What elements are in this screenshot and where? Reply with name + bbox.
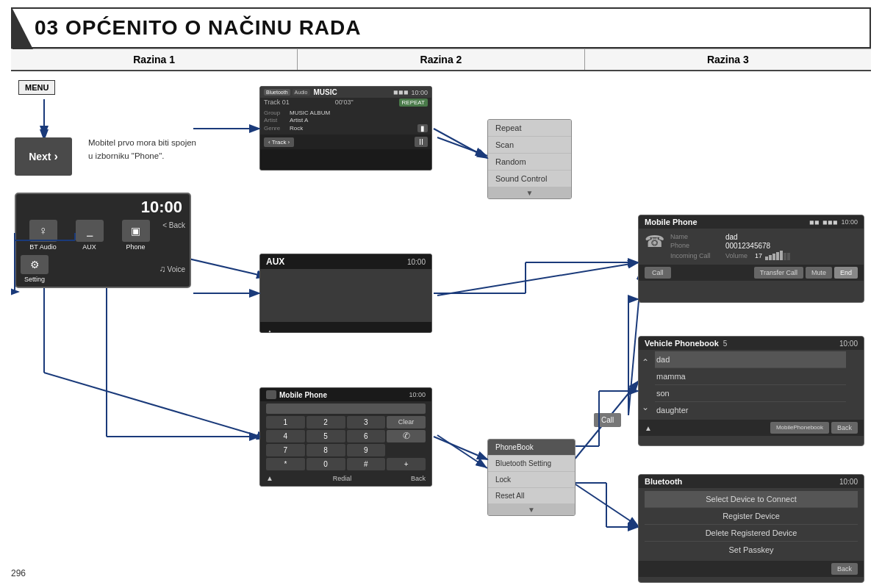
menu-button[interactable]: MENU	[18, 80, 55, 95]
call-phone-icon: ☎	[645, 232, 664, 261]
bt-group-value: MUSIC ALBUM	[290, 110, 330, 116]
key-8[interactable]: 8	[306, 444, 345, 456]
key-1[interactable]: 1	[266, 416, 305, 429]
next-button[interactable]: Next ›	[15, 137, 72, 176]
key-7[interactable]: 7	[266, 444, 305, 456]
pb-up-icon: ▲	[645, 424, 652, 432]
end-btn[interactable]: End	[834, 267, 858, 279]
col-header-2: Razina 2	[298, 49, 584, 70]
pb-back-btn[interactable]: Back	[831, 422, 858, 434]
popup-scroll-down-icon[interactable]: ▼	[488, 187, 571, 198]
key-3[interactable]: 3	[347, 416, 386, 429]
phonebook-screen: Vehicle Phonebook 5 10:00 ⌃ ⌄ dad mamma …	[638, 336, 864, 446]
call-volume-value: 17	[755, 252, 762, 259]
popup-repeat[interactable]: Repeat	[488, 120, 571, 137]
phone-menu-scroll-down-icon[interactable]: ▼	[488, 504, 575, 515]
phone-back-btn[interactable]: Back	[411, 475, 426, 482]
pb-contact-mamma[interactable]: mamma	[655, 368, 846, 385]
call-name-value: dad	[725, 233, 738, 241]
svg-line-9	[437, 435, 487, 468]
bt-genre-value: Rock	[290, 125, 303, 132]
back-btn[interactable]: < Back	[162, 220, 185, 251]
bt-repeat-btn[interactable]: REPEAT	[399, 98, 428, 107]
col-header-3: Razina 3	[585, 49, 871, 70]
setting-icon-item[interactable]: ⚙ Setting	[21, 255, 49, 283]
call-screen: Mobile Phone ◼◼ ◼◼◼ 10:00 ☎ Name dad Pho…	[638, 215, 864, 303]
page-title: 03 OPĆENITO O NAČINU RADA	[35, 16, 362, 39]
key-clear[interactable]: Clear	[387, 416, 426, 429]
key-hash[interactable]: #	[347, 458, 386, 470]
bt-tag2: Audio	[293, 89, 310, 96]
bt-artist-value: Artist A	[290, 117, 308, 123]
svg-line-6	[44, 373, 268, 439]
bt-audio-screen: Bluetooth Audio MUSIC ◼◼◼ 10:00 Track 01…	[259, 86, 432, 171]
pb-contact-dad[interactable]: dad	[655, 351, 846, 368]
bt-genre-label: Genre	[264, 125, 290, 132]
info-text: Mobitel prvo mora biti spojen u izbornik…	[88, 136, 196, 163]
pb-contact-son[interactable]: son	[655, 385, 846, 402]
bt-track: Track 01	[264, 98, 290, 107]
bt2-title: Bluetooth	[645, 477, 682, 486]
phone-up-icon: ▲	[266, 474, 273, 482]
svg-line-27	[434, 437, 487, 459]
key-plus[interactable]: +	[387, 458, 426, 470]
popup-sound-control[interactable]: Sound Control	[488, 171, 571, 187]
bt-music-title: MUSIC	[314, 88, 337, 96]
key-4[interactable]: 4	[266, 430, 305, 442]
popup-scan[interactable]: Scan	[488, 137, 571, 154]
call-btn[interactable]: Call	[645, 267, 671, 279]
phone-menu-bt-setting[interactable]: Bluetooth Setting	[488, 456, 575, 472]
page-number: 296	[11, 568, 26, 578]
redial-btn[interactable]: Redial	[333, 475, 352, 482]
svg-line-7	[437, 137, 487, 156]
call-name-label: Name	[670, 233, 725, 241]
aux-time: 10:00	[407, 258, 426, 266]
phone-menu-lock[interactable]: Lock	[488, 472, 575, 488]
next-arrow-icon: ›	[54, 150, 58, 163]
bt2-back-btn[interactable]: Back	[831, 563, 858, 575]
key-6[interactable]: 6	[347, 430, 386, 442]
pb-scroll-up-icon[interactable]: ⌃	[642, 357, 649, 368]
key-star[interactable]: *	[266, 458, 305, 470]
pb-scroll-down-icon[interactable]: ⌄	[642, 402, 649, 412]
transfer-call-btn[interactable]: Transfer Call	[754, 267, 803, 279]
phone-menu-reset[interactable]: Reset All	[488, 488, 575, 504]
pause-btn[interactable]: II	[415, 137, 428, 147]
phone-dialer-screen: Mobile Phone 10:00 1 2 3 Clear 4 5 6 ✆ 7…	[259, 387, 432, 487]
bt-group-label: Group	[264, 110, 290, 116]
phone-icon-item[interactable]: ▣ Phone	[113, 220, 158, 251]
bt2-time: 10:00	[839, 478, 858, 486]
voice-btn[interactable]: ♫ Voice	[159, 264, 185, 274]
svg-line-20	[434, 129, 487, 158]
call-button[interactable]: Call	[594, 413, 621, 427]
key-call-icon[interactable]: ✆	[387, 430, 426, 442]
pb-count: 5	[723, 340, 728, 348]
track-ctrl[interactable]: ‹ Track ›	[264, 137, 294, 147]
col-header-1: Razina 1	[11, 49, 298, 70]
svg-line-11	[573, 483, 639, 527]
call-incoming-label: Incoming Call	[670, 252, 725, 259]
pb-phonebook-btn[interactable]: MobilePhonebook	[770, 422, 829, 434]
menu-time: 10:00	[141, 198, 182, 216]
key-2[interactable]: 2	[306, 416, 345, 429]
aux-icon-item[interactable]: ⎯ AUX	[67, 220, 112, 251]
key-0[interactable]: 0	[306, 458, 345, 470]
bluetooth-screen: Bluetooth 10:00 Select Device to Connect…	[638, 474, 864, 583]
bt2-register-item[interactable]: Register Device	[645, 508, 858, 525]
pb-contact-daughter[interactable]: daughter	[655, 402, 846, 418]
phone-menu-phonebook[interactable]: PhoneBook	[488, 440, 575, 456]
bt2-connect-item[interactable]: Select Device to Connect	[645, 491, 858, 508]
bt2-passkey-item[interactable]: Set Passkey	[645, 542, 858, 558]
pb-time: 10:00	[839, 340, 858, 348]
key-9[interactable]: 9	[347, 444, 386, 456]
bt-audio-icon-item[interactable]: ♀ BT Audio	[21, 220, 65, 251]
key-5[interactable]: 5	[306, 430, 345, 442]
call-phone-label: Phone	[670, 242, 725, 250]
phone-title: Mobile Phone	[279, 391, 327, 399]
call-volume-label: Volume	[725, 252, 755, 259]
aux-screen: AUX 10:00 ▲	[259, 254, 432, 333]
phone-popup-menu: PhoneBook Bluetooth Setting Lock Reset A…	[487, 439, 576, 516]
mute-btn[interactable]: Mute	[806, 267, 832, 279]
popup-random[interactable]: Random	[488, 154, 571, 171]
bt2-delete-item[interactable]: Delete Registered Device	[645, 525, 858, 542]
